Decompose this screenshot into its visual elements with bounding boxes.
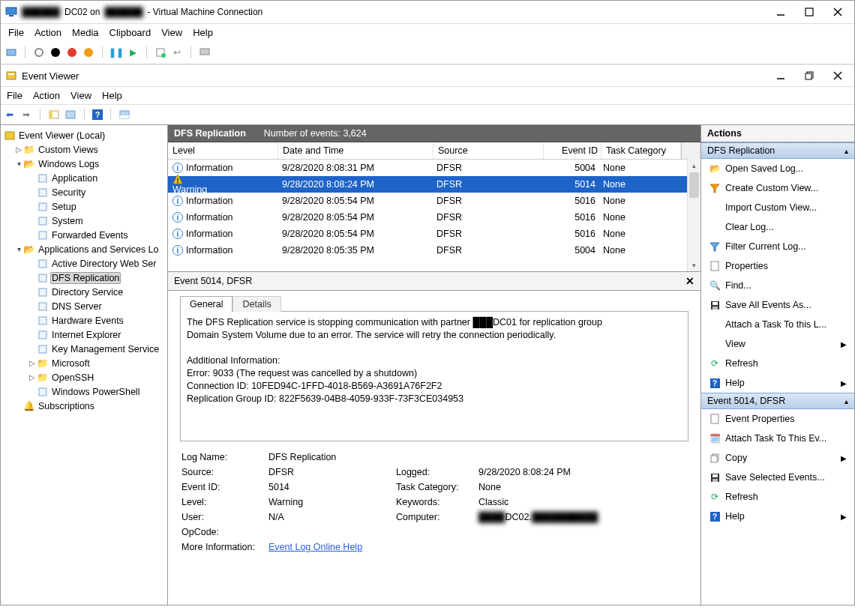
action-item[interactable]: Save All Events As... xyxy=(701,295,854,315)
action-item[interactable]: Save Selected Events... xyxy=(701,468,854,487)
action-item[interactable]: ⟳Refresh xyxy=(701,487,854,507)
action-item[interactable]: ?Help▶ xyxy=(701,507,854,526)
tree-log-item[interactable]: Windows PowerShell xyxy=(2,384,166,399)
vm-menu-help[interactable]: Help xyxy=(193,27,213,38)
tree-subscriptions[interactable]: 🔔 Subscriptions xyxy=(2,399,166,413)
action-item[interactable]: 🔍Find... xyxy=(701,276,854,295)
expander-icon[interactable]: ▾ xyxy=(14,160,23,168)
event-row[interactable]: iInformation9/28/2020 8:05:35 PMDFSR5004… xyxy=(168,242,700,259)
ev-menu-view[interactable]: View xyxy=(70,90,92,101)
action-item[interactable]: Filter Current Log... xyxy=(701,237,854,256)
tree-log-item[interactable]: Security xyxy=(2,185,166,199)
vm-menu-media[interactable]: Media xyxy=(72,27,98,38)
tree-log-item[interactable]: Forwarded Events xyxy=(2,228,166,242)
action-item[interactable]: Create Custom View... xyxy=(701,178,854,198)
collapse-icon[interactable]: ▴ xyxy=(844,147,848,155)
scroll-down-icon[interactable]: ▾ xyxy=(688,259,700,271)
tree-log-item[interactable]: Key Management Service xyxy=(2,342,166,356)
vm-menu-action[interactable]: Action xyxy=(34,27,62,38)
turn-off-vm-icon[interactable] xyxy=(50,46,62,58)
close-button[interactable] xyxy=(832,6,844,18)
maximize-button[interactable] xyxy=(803,6,815,18)
tree-folder-item[interactable]: ▷📁Microsoft xyxy=(2,356,166,370)
event-list-scrollbar[interactable]: ▴ ▾ xyxy=(687,159,700,271)
forward-icon[interactable]: ➡ xyxy=(20,109,32,121)
action-item[interactable]: Event Properties xyxy=(701,409,854,429)
event-log-online-help-link[interactable]: Event Log Online Help xyxy=(268,542,362,552)
tree-log-item[interactable]: DFS Replication xyxy=(2,271,166,285)
vm-menu-file[interactable]: File xyxy=(8,27,24,38)
start-vm-icon[interactable] xyxy=(33,46,45,58)
event-list[interactable]: Level Date and Time Source Event ID Task… xyxy=(168,142,700,271)
close-preview-icon[interactable]: ✕ xyxy=(686,275,694,287)
tree-log-item[interactable]: System xyxy=(2,214,166,228)
revert-icon[interactable]: ↩ xyxy=(171,46,183,58)
pause-vm-icon[interactable]: ❚❚ xyxy=(110,46,122,58)
tree-log-item[interactable]: DNS Server xyxy=(2,299,166,313)
action-item[interactable]: ⟳Refresh xyxy=(701,354,854,373)
col-header-eventid[interactable]: Event ID xyxy=(544,142,602,159)
action-item[interactable]: View▶ xyxy=(701,334,854,354)
tab-details[interactable]: Details xyxy=(232,296,280,312)
show-tree-icon[interactable] xyxy=(48,109,60,121)
enhanced-session-icon[interactable] xyxy=(199,46,211,58)
minimize-button[interactable] xyxy=(775,6,787,18)
scroll-thumb[interactable] xyxy=(689,172,699,198)
tree-log-item[interactable]: Active Directory Web Ser xyxy=(2,256,166,271)
shutdown-vm-icon[interactable] xyxy=(66,46,78,58)
ev-menu-file[interactable]: File xyxy=(7,90,22,101)
ctrl-alt-del-icon[interactable] xyxy=(5,46,17,58)
properties-panel-icon[interactable] xyxy=(64,109,76,121)
expander-icon[interactable]: ▷ xyxy=(28,373,37,381)
event-list-header[interactable]: Level Date and Time Source Event ID Task… xyxy=(168,142,700,160)
ev-close-button[interactable] xyxy=(832,70,844,82)
help-toolbar-icon[interactable]: ? xyxy=(92,109,103,120)
tab-general[interactable]: General xyxy=(180,296,232,312)
action-item[interactable]: Clear Log... xyxy=(701,217,854,237)
ev-restore-button[interactable] xyxy=(803,70,815,82)
event-row[interactable]: iInformation9/28/2020 8:05:54 PMDFSR5016… xyxy=(168,226,700,242)
preview-panel-icon[interactable] xyxy=(118,109,130,121)
col-header-level[interactable]: Level xyxy=(168,142,278,159)
ev-menu-action[interactable]: Action xyxy=(33,90,60,101)
col-header-taskcat[interactable]: Task Category xyxy=(602,142,681,159)
collapse-icon[interactable]: ▴ xyxy=(844,397,848,405)
tree-folder-item[interactable]: ▷📁OpenSSH xyxy=(2,370,166,384)
ev-minimize-button[interactable] xyxy=(775,70,787,82)
action-item[interactable]: Copy▶ xyxy=(701,448,854,468)
event-row[interactable]: iInformation9/28/2020 8:05:54 PMDFSR5016… xyxy=(168,193,700,209)
scroll-up-icon[interactable]: ▴ xyxy=(688,159,700,172)
action-item[interactable]: ?Help▶ xyxy=(701,373,854,393)
action-item[interactable]: 📂Open Saved Log... xyxy=(701,159,854,178)
tree-log-item[interactable]: Setup xyxy=(2,199,166,214)
ev-menu-help[interactable]: Help xyxy=(102,90,122,101)
col-header-datetime[interactable]: Date and Time xyxy=(278,142,434,159)
tree-log-item[interactable]: Application xyxy=(2,171,166,185)
tree-log-item[interactable]: Hardware Events xyxy=(2,313,166,327)
nav-pane[interactable]: Event Viewer (Local) ▷ 📁 Custom Views ▾ … xyxy=(1,125,168,605)
expander-icon[interactable]: ▷ xyxy=(28,359,37,367)
checkpoint-icon[interactable] xyxy=(154,46,166,58)
expander-icon[interactable]: ▾ xyxy=(14,245,23,253)
reset-vm-icon[interactable]: ▶ xyxy=(127,46,139,58)
expander-icon[interactable]: ▷ xyxy=(14,145,23,154)
actions-section-event[interactable]: Event 5014, DFSR ▴ xyxy=(701,393,854,409)
tree-log-item[interactable]: Internet Explorer xyxy=(2,327,166,342)
actions-section-log[interactable]: DFS Replication ▴ xyxy=(701,142,854,159)
vm-menu-clipboard[interactable]: Clipboard xyxy=(110,27,152,38)
tree-windows-logs[interactable]: ▾ 📂 Windows Logs xyxy=(2,157,166,171)
event-row[interactable]: !Warning9/28/2020 8:08:24 PMDFSR5014None xyxy=(168,176,700,193)
save-vm-icon[interactable] xyxy=(82,46,94,58)
tree-log-item[interactable]: Directory Service xyxy=(2,285,166,299)
action-item[interactable]: Attach a Task To this L... xyxy=(701,315,854,334)
action-item[interactable]: 🗓️Attach Task To This Ev... xyxy=(701,429,854,448)
vm-menu-view[interactable]: View xyxy=(161,27,182,38)
tree-apps-services[interactable]: ▾ 📂 Applications and Services Lo xyxy=(2,242,166,256)
tree-root[interactable]: Event Viewer (Local) xyxy=(2,128,166,142)
back-icon[interactable]: ⬅ xyxy=(4,109,16,121)
action-item[interactable]: Properties xyxy=(701,256,854,276)
tree-custom-views[interactable]: ▷ 📁 Custom Views xyxy=(2,142,166,157)
action-item[interactable]: Import Custom View... xyxy=(701,198,854,217)
event-row[interactable]: iInformation9/28/2020 8:05:54 PMDFSR5016… xyxy=(168,209,700,226)
col-header-source[interactable]: Source xyxy=(434,142,544,159)
